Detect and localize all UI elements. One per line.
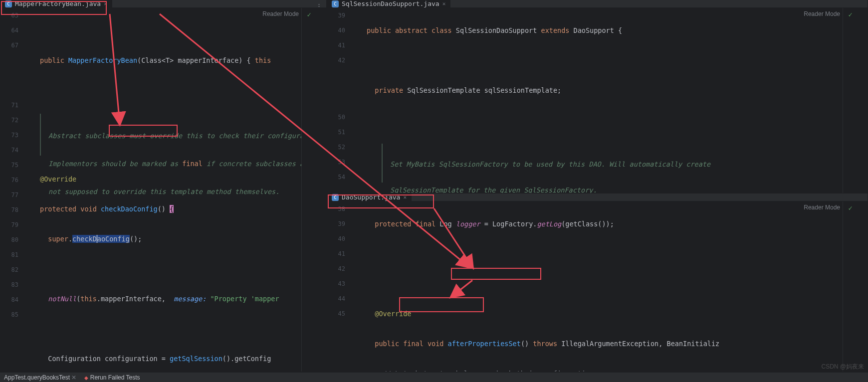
tab-sql-session[interactable]: C SqlSessionDaoSupport.java ✕ — [327, 0, 450, 7]
reader-mode-label[interactable]: Reader Mode — [262, 10, 299, 17]
editor-pane-top-right: C SqlSessionDaoSupport.java ✕ Reader Mod… — [327, 0, 868, 193]
gutter: 39 40 41 42 50 51 52 53 54 — [327, 8, 354, 193]
code-area-left[interactable]: public MapperFactoryBean(Class<T> mapper… — [27, 8, 301, 372]
reader-mode-label[interactable]: Reader Mode — [804, 10, 840, 17]
code-area-tr[interactable]: public abstract class SqlSessionDaoSuppo… — [354, 8, 843, 193]
class-icon: C — [332, 194, 339, 201]
rerun-failed[interactable]: ◆ Rerun Failed Tests — [84, 374, 140, 381]
analysis-ok-icon[interactable]: ✓ — [307, 10, 311, 18]
code-area-br[interactable]: protected final Log logger = LogFactory.… — [354, 201, 843, 372]
gutter: 63 64 67 71 72 73 74 75 76 77 78 79 80 8… — [0, 8, 27, 372]
tabbar-br: C DaoSupport.java ✕ — [327, 193, 868, 201]
run-config[interactable]: AppTest.queryBooksTest ✕ — [4, 374, 76, 381]
tabbar-tr: C SqlSessionDaoSupport.java ✕ — [327, 0, 868, 8]
class-icon: C — [5, 0, 12, 7]
watermark: CSDN @妈夜来 — [821, 363, 864, 371]
editor-pane-bottom-right: C DaoSupport.java ✕ Reader Mode ✓ 38 39 … — [327, 193, 868, 372]
tab-dao-support[interactable]: C DaoSupport.java ✕ — [327, 193, 412, 201]
rerun-icon: ◆ — [84, 375, 88, 381]
close-icon[interactable]: ✕ — [104, 0, 107, 7]
minimap[interactable] — [843, 201, 868, 372]
tab-label: SqlSessionDaoSupport.java — [342, 0, 439, 7]
analysis-ok-icon[interactable]: ✓ — [849, 204, 853, 212]
gutter: 38 39 40 41 42 43 44 45 — [327, 201, 354, 372]
analysis-ok-icon[interactable]: ✓ — [849, 10, 853, 18]
editor-pane-left: C MapperFactoryBean.java ✕ ⋮ Reader Mode… — [0, 0, 327, 372]
tab-label: MapperFactoryBean.java — [15, 0, 101, 7]
tabbar-left: C MapperFactoryBean.java ✕ ⋮ — [0, 0, 326, 8]
close-icon[interactable]: ✕ — [442, 0, 446, 7]
status-bar: AppTest.queryBooksTest ✕ ◆ Rerun Failed … — [0, 372, 868, 382]
tab-mapper-factory[interactable]: C MapperFactoryBean.java ✕ — [0, 0, 112, 7]
tab-label: DaoSupport.java — [342, 193, 400, 201]
close-icon[interactable]: ✕ — [403, 194, 407, 200]
class-icon: C — [332, 0, 339, 7]
minimap[interactable] — [301, 8, 326, 372]
minimap[interactable] — [843, 8, 868, 193]
reader-mode-label[interactable]: Reader Mode — [804, 204, 840, 211]
